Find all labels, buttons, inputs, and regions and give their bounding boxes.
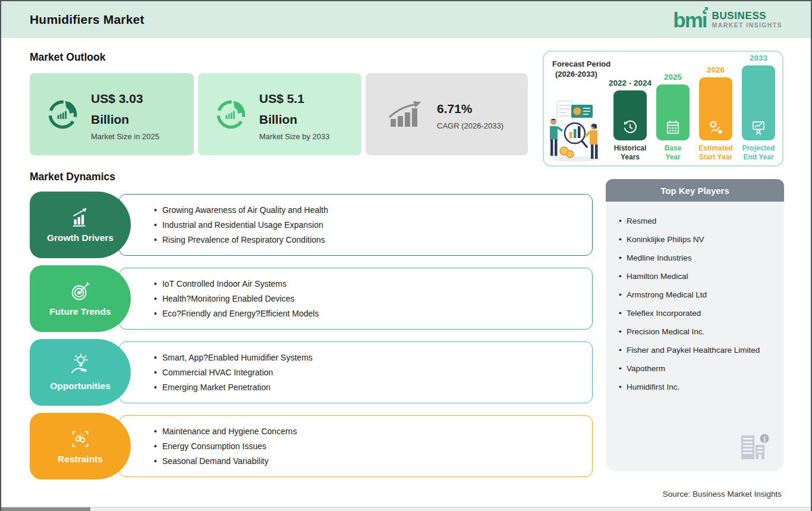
bullet-item: Rising Prevalence of Respiratory Conditi… [154, 234, 592, 246]
stat-value-line2: Billion [91, 109, 159, 130]
bullet-item: Maintenance and Hygiene Concerns [154, 425, 592, 437]
header-bar: Humidifiers Market bmi BUSINESS MARKET I… [1, 1, 811, 38]
bar-year-label: 2022 - 2024 [609, 79, 652, 87]
timeline-col-projected-end: 2033 Projected End Year [742, 54, 775, 162]
logo-wordmark: BUSINESS MARKET INSIGHTS [712, 11, 782, 29]
bar-caption-line2: End Year [742, 153, 775, 162]
bar-caption-line1: Projected [742, 144, 775, 153]
donut-chart-icon [46, 98, 79, 131]
bullet-item: Commercial HVAC Integration [154, 366, 592, 378]
history-icon [621, 118, 639, 136]
key-player-item: Precision Medical Inc. [619, 327, 771, 337]
stat-card-cagr: 6.71% CAGR (2026-2033) [366, 73, 528, 155]
forecast-title-line1: Forecast Period [552, 59, 610, 69]
bar-year-label: 2026 [707, 65, 725, 74]
stat-card-market-size-2033: US$ 5.1 Billion Market Size by 2033 [198, 73, 361, 155]
bar-caption: Estimated Start Year [698, 144, 732, 162]
source-text: Source: Business Market Insights [663, 490, 782, 499]
bmi-logo-mark: bmi [673, 10, 706, 30]
bullet-item: Eco?Friendly and Energy?Efficient Models [154, 308, 592, 319]
top-key-players-body: Resmed Koninklijke Philips NV Medline In… [606, 202, 784, 471]
restraints-bullets: Maintenance and Hygiene Concerns Energy … [119, 415, 593, 477]
key-player-item: Humidifirst Inc. [619, 382, 771, 393]
infographic-page: Humidifiers Market bmi BUSINESS MARKET I… [0, 0, 812, 511]
donut-chart-icon [215, 98, 247, 131]
future-trends-bullets: IoT Controlled Indoor Air Systems Health… [119, 268, 593, 330]
growth-drivers-bullets: Growing Awareness of Air Quality and Hea… [119, 194, 593, 256]
forecast-title-line2: (2026-2033) [552, 69, 610, 79]
key-player-item: Medline Industries [619, 253, 771, 264]
bmi-logo: bmi BUSINESS MARKET INSIGHTS [673, 10, 782, 30]
bullet-item: Emerging Market Penetration [154, 381, 592, 393]
projected-end-year-bar [742, 65, 775, 140]
restraints-row: Maintenance and Hygiene Concerns Energy … [30, 413, 593, 479]
future-trends-row: IoT Controlled Indoor Air Systems Health… [30, 265, 593, 332]
key-player-item: Fisher and Paykel Healthcare Limited [619, 345, 771, 356]
pill-label: Restraints [58, 454, 103, 465]
growth-chart-icon [69, 206, 92, 229]
key-player-item: Vapotherm [619, 363, 771, 374]
bullet-item: Seasonal Demand Variability [154, 455, 592, 467]
stat-card-market-size-2025: US$ 3.03 Billion Market Size in 2025 [30, 73, 194, 155]
stat-caption: Market Size by 2033 [259, 132, 330, 141]
growth-drivers-pill: Growth Drivers [30, 192, 131, 258]
stat-value-line2: Billion [259, 109, 330, 130]
bullet-item: Energy Consumption Issues [154, 440, 592, 452]
bar-caption-line1: Base [665, 144, 682, 153]
gear-chart-icon [707, 118, 725, 136]
bullet-item: Smart, App?Enabled Humidifier Systems [154, 352, 592, 363]
bar-caption: Historical Years [614, 144, 647, 162]
top-key-players-panel: Top Key Players Resmed Koninklijke Phili… [606, 179, 784, 471]
estimated-start-year-bar [699, 77, 732, 140]
logo-arrow-icon [701, 7, 709, 14]
growth-arrow-icon [387, 100, 425, 128]
key-player-item: Armstrong Medical Ltd [619, 290, 771, 300]
building-icon [738, 432, 771, 463]
stat-value-line1: 6.71% [437, 98, 503, 119]
bar-caption-line1: Estimated [698, 144, 732, 153]
forecast-period-title: Forecast Period (2026-2033) [552, 59, 610, 79]
stat-value-line1: US$ 5.1 [259, 88, 330, 109]
presentation-icon [750, 118, 767, 136]
bar-caption: Base Year [665, 144, 682, 162]
bullet-item: Health?Monitoring Enabled Devices [154, 293, 592, 305]
bar-caption-line2: Years [614, 153, 647, 162]
forecast-timeline-bars: 2022 - 2024 Historical Years 2 [613, 54, 775, 162]
bar-caption: Projected End Year [742, 144, 775, 162]
horizontal-scrollbar[interactable] [1, 507, 811, 511]
bar-caption-line2: Year [665, 153, 682, 162]
stat-card-text: US$ 5.1 Billion Market Size by 2033 [259, 88, 330, 141]
historical-years-bar [613, 90, 647, 140]
timeline-col-historical: 2022 - 2024 Historical Years [613, 79, 647, 162]
bar-caption-line1: Historical [614, 144, 647, 153]
restraints-pill: Restraints [30, 413, 131, 479]
bullet-item: Industrial and Residential Usage Expansi… [154, 219, 592, 231]
bar-year-label: 2025 [664, 73, 682, 81]
scrollbar-thumb[interactable] [1, 507, 90, 511]
timeline-col-estimated-start: 2026 Estimated Start Year [699, 65, 732, 162]
bar-caption-line2: Start Year [698, 153, 732, 162]
pill-label: Opportunities [50, 381, 111, 391]
stat-card-text: 6.71% CAGR (2026-2033) [437, 98, 503, 130]
key-player-item: Koninklijke Philips NV [619, 234, 771, 245]
growth-drivers-row: Growing Awareness of Air Quality and Hea… [30, 192, 593, 258]
forecast-period-panel: Forecast Period (2026-2033) [543, 51, 783, 167]
opportunities-bullets: Smart, App?Enabled Humidifier Systems Co… [119, 341, 593, 403]
key-players-list: Resmed Koninklijke Philips NV Medline In… [619, 216, 771, 393]
key-player-item: Resmed [619, 216, 771, 227]
top-key-players-header: Top Key Players [606, 179, 784, 202]
bullet-item: Growing Awareness of Air Quality and Hea… [154, 204, 592, 216]
page-title: Humidifiers Market [30, 12, 144, 27]
pill-label: Growth Drivers [47, 233, 114, 243]
timeline-col-base-year: 2025 Base Year [656, 73, 690, 162]
chain-link-icon [69, 428, 92, 450]
target-icon [69, 280, 92, 303]
pill-label: Future Trends [49, 306, 111, 317]
base-year-bar [656, 84, 690, 140]
opportunities-row: Smart, App?Enabled Humidifier Systems Co… [30, 339, 593, 406]
logo-line2: MARKET INSIGHTS [712, 21, 782, 29]
key-player-item: Hamilton Medical [619, 271, 771, 282]
bullet-item: IoT Controlled Indoor Air Systems [154, 278, 592, 290]
stat-value-line1: US$ 3.03 [91, 88, 159, 109]
stat-caption: Market Size in 2025 [91, 132, 159, 141]
